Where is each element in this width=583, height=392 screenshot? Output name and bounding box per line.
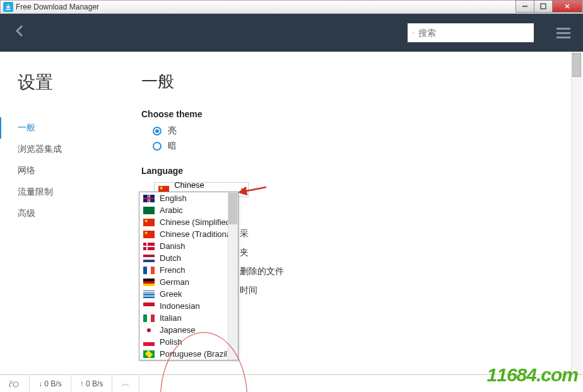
- snail-mode-button[interactable]: [0, 375, 30, 392]
- flag-icon: [143, 338, 155, 346]
- language-option[interactable]: Chinese (Simplified: [139, 216, 238, 228]
- flag-icon: [143, 195, 155, 202]
- annotation-arrow: [237, 185, 266, 199]
- sidebar-item-browser[interactable]: 浏览器集成: [18, 139, 126, 160]
- down-arrow-icon: ↓: [38, 379, 44, 388]
- theme-dark-option[interactable]: 暗: [153, 141, 558, 152]
- language-option[interactable]: Japanese: [139, 324, 238, 336]
- language-option[interactable]: Portuguese (Brazil): [139, 348, 238, 360]
- sidebar-item-network[interactable]: 网络: [18, 160, 126, 182]
- language-option-label: Portuguese (Brazil): [160, 349, 230, 359]
- upload-speed: ↑ 0 B/s: [71, 375, 113, 392]
- language-option-label: Chinese (Simplified: [160, 217, 230, 227]
- up-arrow-icon: ↑: [80, 379, 86, 388]
- svg-line-5: [10, 381, 11, 383]
- flag-icon: [143, 231, 155, 238]
- page-scrollbar[interactable]: [572, 53, 581, 77]
- language-label: Language: [141, 166, 558, 176]
- language-option-label: Arabic: [160, 205, 183, 215]
- page-title: 设置: [18, 71, 126, 95]
- sidebar-item-general[interactable]: 一般: [0, 117, 126, 139]
- upload-speed-value: 0 B/s: [86, 379, 103, 388]
- language-option-label: English: [160, 193, 187, 203]
- occluded-text: 时间: [240, 285, 257, 296]
- content-area: 设置 一般 浏览器集成 网络 流量限制 高级 一般 Choose theme 亮…: [0, 52, 583, 374]
- flag-icon: [143, 267, 155, 274]
- language-option[interactable]: Dutch: [139, 252, 238, 264]
- radio-checked-icon: [153, 127, 162, 135]
- dropdown-scrollbar[interactable]: [228, 192, 238, 360]
- language-option[interactable]: French: [139, 264, 238, 276]
- download-speed: ↓ 0 B/s: [30, 375, 71, 392]
- language-option[interactable]: Polish: [139, 336, 238, 348]
- svg-rect-1: [541, 4, 546, 9]
- settings-sidebar: 设置 一般 浏览器集成 网络 流量限制 高级: [0, 52, 126, 374]
- svg-line-3: [414, 33, 415, 34]
- flag-icon: [143, 303, 155, 310]
- flag-icon: [143, 219, 155, 226]
- sidebar-item-traffic[interactable]: 流量限制: [18, 182, 126, 203]
- language-option-label: German: [160, 277, 189, 287]
- window-title: Free Download Manager: [16, 3, 99, 11]
- theme-dark-label: 暗: [168, 141, 177, 152]
- expand-button[interactable]: ︿: [112, 375, 139, 392]
- language-option-label: Japanese: [160, 325, 195, 335]
- section-title: 一般: [141, 71, 558, 93]
- theme-light-label: 亮: [168, 125, 177, 137]
- app-header: [0, 14, 583, 52]
- minimize-button[interactable]: [515, 0, 534, 13]
- settings-main: 一般 Choose theme 亮 暗 Language Chinese (Si…: [126, 52, 583, 374]
- svg-point-2: [413, 32, 414, 33]
- menu-button[interactable]: [553, 21, 574, 45]
- search-input[interactable]: [418, 28, 529, 38]
- language-option[interactable]: Danish: [139, 240, 238, 252]
- chevron-up-icon: ︿: [121, 378, 130, 389]
- flag-icon: [143, 279, 155, 286]
- app-icon: [3, 2, 13, 12]
- occluded-text: 夹: [240, 247, 249, 258]
- language-option-label: French: [160, 265, 185, 275]
- language-option[interactable]: Arabic: [139, 204, 238, 216]
- titlebar: Free Download Manager: [0, 0, 583, 14]
- flag-icon: [143, 326, 155, 334]
- language-option-label: Danish: [160, 241, 185, 251]
- flag-icon: [143, 314, 155, 322]
- language-option[interactable]: Indonesian: [139, 300, 238, 312]
- language-option[interactable]: Italian: [139, 312, 238, 324]
- snail-icon: [9, 379, 20, 388]
- close-button[interactable]: [552, 0, 582, 13]
- download-speed-value: 0 B/s: [44, 379, 61, 388]
- language-option-label: Italian: [160, 313, 182, 323]
- flag-icon: [143, 207, 155, 214]
- scrollbar-thumb[interactable]: [228, 193, 237, 224]
- radio-unchecked-icon: [153, 142, 162, 151]
- flag-icon: [143, 243, 155, 250]
- language-option-label: Chinese (Traditiona: [160, 229, 231, 239]
- flag-icon: [143, 291, 155, 298]
- language-option[interactable]: Chinese (Traditiona: [139, 228, 238, 240]
- occluded-text: 删除的文件: [240, 266, 284, 277]
- svg-point-4: [13, 382, 18, 387]
- flag-icon: [143, 255, 155, 262]
- watermark: 11684.com: [487, 364, 578, 386]
- language-option-label: Polish: [160, 337, 182, 347]
- flag-icon: [143, 350, 155, 358]
- maximize-button[interactable]: [534, 0, 553, 13]
- occluded-text: 采: [240, 228, 249, 239]
- back-button[interactable]: [9, 21, 30, 45]
- language-option-label: Greek: [160, 289, 182, 299]
- theme-label: Choose theme: [141, 109, 558, 119]
- language-option-label: Indonesian: [160, 301, 200, 311]
- sidebar-item-advanced[interactable]: 高级: [18, 203, 126, 224]
- language-option[interactable]: Greek: [139, 288, 238, 300]
- search-icon: [413, 28, 415, 37]
- language-option[interactable]: English: [139, 192, 238, 204]
- language-dropdown: EnglishArabicChinese (SimplifiedChinese …: [139, 192, 238, 360]
- language-option[interactable]: German: [139, 276, 238, 288]
- search-box[interactable]: [408, 23, 534, 42]
- theme-light-option[interactable]: 亮: [153, 125, 558, 137]
- language-option-label: Dutch: [160, 253, 181, 263]
